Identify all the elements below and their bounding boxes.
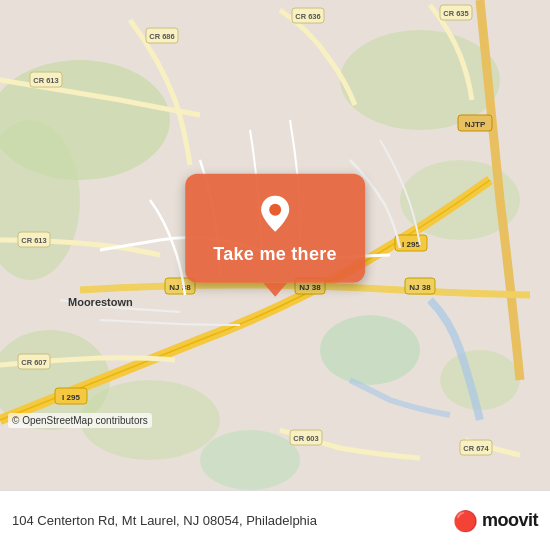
svg-text:I 295: I 295 xyxy=(62,393,80,402)
svg-text:NJTP: NJTP xyxy=(465,120,486,129)
popup-overlay[interactable]: Take me there xyxy=(185,174,365,297)
footer-address: 104 Centerton Rd, Mt Laurel, NJ 08054, P… xyxy=(12,513,453,528)
popup-label: Take me there xyxy=(213,244,337,265)
svg-text:CR 636: CR 636 xyxy=(295,12,320,21)
popup-box[interactable]: Take me there xyxy=(185,174,365,283)
svg-text:Moorestown: Moorestown xyxy=(68,296,133,308)
osm-credit: © OpenStreetMap contributors xyxy=(8,413,152,428)
svg-point-40 xyxy=(269,204,281,216)
svg-text:CR 635: CR 635 xyxy=(443,9,468,18)
svg-text:CR 613: CR 613 xyxy=(21,236,46,245)
svg-text:CR 686: CR 686 xyxy=(149,32,174,41)
popup-tail xyxy=(263,283,287,297)
moovit-icon: 🔴 xyxy=(453,509,478,533)
location-pin-icon xyxy=(253,192,297,236)
svg-text:CR 603: CR 603 xyxy=(293,434,318,443)
svg-text:NJ 38: NJ 38 xyxy=(409,283,431,292)
map-container: I 295 I 295 NJTP NJ 38 NJ 38 NJ 38 CR 61… xyxy=(0,0,550,490)
svg-point-6 xyxy=(440,350,520,410)
svg-point-5 xyxy=(320,315,420,385)
moovit-text: moovit xyxy=(482,510,538,531)
svg-point-9 xyxy=(200,430,300,490)
moovit-logo: 🔴 moovit xyxy=(453,509,538,533)
svg-text:CR 613: CR 613 xyxy=(33,76,58,85)
svg-text:CR 674: CR 674 xyxy=(463,444,489,453)
svg-text:CR 607: CR 607 xyxy=(21,358,46,367)
footer: 104 Centerton Rd, Mt Laurel, NJ 08054, P… xyxy=(0,490,550,550)
svg-text:I 295: I 295 xyxy=(402,240,420,249)
